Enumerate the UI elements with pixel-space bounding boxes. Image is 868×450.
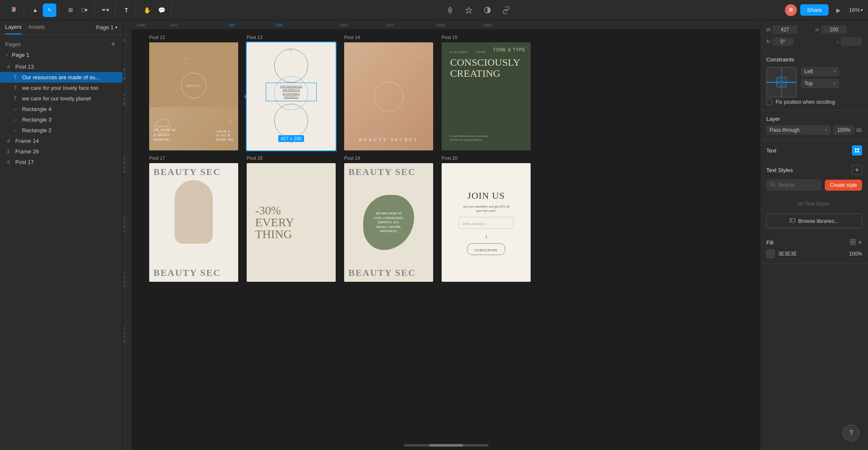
layer-rect2[interactable]: ○ Rectangle 2 <box>0 125 122 136</box>
layer-rect4[interactable]: ○ Rectangle 4 <box>0 104 122 114</box>
play-button[interactable]: ▶ <box>832 3 846 17</box>
layer-rect3[interactable]: ○ Rectangle 3 <box>0 114 122 125</box>
shape-dropdown-btn[interactable]: □▾ <box>78 3 92 17</box>
add-fill-button[interactable]: + <box>858 239 862 246</box>
share-button[interactable]: Share <box>800 4 829 16</box>
page1-item[interactable]: ✓ Page 1 <box>0 51 122 61</box>
frame-post15[interactable]: Post 15 CLEANSE TONE CONSCIOUSLYCREATING… <box>442 42 531 150</box>
components-btn[interactable] <box>443 3 457 17</box>
contrast-btn[interactable] <box>481 3 494 17</box>
draw-tools-group: ✒▾ <box>96 3 115 17</box>
frame-post19[interactable]: Post 19 BEAUTY SEC WE ARE MADE OFLOVE, C… <box>344 163 433 282</box>
zoom-chevron-icon: ▾ <box>861 8 863 12</box>
text-styles-header: Text Styles + <box>766 165 862 175</box>
tab-layers[interactable]: Layers <box>5 24 22 34</box>
tab-assets[interactable]: Assets <box>28 24 45 34</box>
fix-scroll-checkbox[interactable] <box>766 99 772 105</box>
layer-post17[interactable]: # Post 17 <box>0 157 122 167</box>
constraint-grid: Left ▾ Top ▾ <box>766 67 862 97</box>
add-page-button[interactable]: + <box>109 40 117 48</box>
frame-post14[interactable]: Post 14 BEAUTY SECRET ← ← <box>344 42 433 150</box>
canvas-scrollbar[interactable] <box>404 444 489 447</box>
figma-icon <box>11 6 18 14</box>
blend-mode-select[interactable]: Pass through ▾ <box>766 125 831 135</box>
eye-icon <box>856 128 862 132</box>
frame-post18[interactable]: Post 18 -30%EVERYTHING <box>247 163 336 282</box>
visibility-toggle[interactable] <box>856 127 862 133</box>
layer-text-face[interactable]: T we care for your lovely face too <box>0 83 122 93</box>
browse-label: Browse libraries... <box>798 218 838 224</box>
layer-label-rect4: Rectangle 4 <box>22 106 51 112</box>
text-section-header: Text <box>766 145 862 156</box>
vertical-constraint-select[interactable]: Top ▾ <box>801 79 839 88</box>
constraint-v-chevron-icon: ▾ <box>834 81 836 86</box>
fix-scroll-row[interactable]: Fix position when scrolling <box>766 99 862 105</box>
page-selector[interactable]: Page 1 ▾ <box>96 24 117 34</box>
layer-label-face: we care for your lovely face too <box>22 85 98 91</box>
ruler-mark-neg500: -500 <box>170 23 177 27</box>
constraints-section: Constraints Left ▾ Top ▾ <box>760 51 868 111</box>
search-icon <box>771 182 776 188</box>
ruler-left: 0 575 775 1500 2000 2500 3000 <box>123 30 132 450</box>
text-tool-btn[interactable]: T <box>120 3 133 17</box>
svg-rect-11 <box>850 239 852 242</box>
right-panel: W H ↻ ⌂ Con <box>760 20 868 450</box>
dimensions-section: W H ↻ ⌂ <box>760 20 868 51</box>
plugins-btn[interactable] <box>462 3 476 17</box>
select-tool-btn[interactable]: ▲ <box>28 3 42 17</box>
pen-tool-btn[interactable]: ✒▾ <box>99 3 112 17</box>
layer-frame26[interactable]: # Frame 26 <box>0 146 122 157</box>
menu-button[interactable] <box>8 3 21 17</box>
fill-actions: + <box>850 239 862 246</box>
height-input[interactable] <box>821 25 847 34</box>
help-button[interactable]: ? <box>843 425 860 442</box>
clip-item: ⌂ <box>837 37 862 46</box>
layer-post13[interactable]: # Post 13 <box>0 61 122 72</box>
svg-rect-14 <box>853 242 855 244</box>
text-section: Text <box>760 140 868 160</box>
frame-post17[interactable]: Post 17 BEAUTY SEC BEAUTY SEC <box>149 163 238 282</box>
frame-post12[interactable]: Post 12 UR SKIN ISO MUCHWORTHY YOUR SIS … <box>149 42 238 150</box>
hand-tool-btn[interactable]: ✋ <box>140 3 154 17</box>
layer-text-planet[interactable]: T we care for our lovely planet <box>0 93 122 104</box>
frame-tool-btn[interactable]: ⊞ <box>64 3 77 17</box>
clip-input[interactable] <box>841 37 862 46</box>
search-styles-input[interactable] <box>778 182 817 188</box>
layer-text-resources[interactable]: T Our resources are made of su... <box>0 72 122 83</box>
opacity-input[interactable] <box>833 125 854 135</box>
canvas-content[interactable]: Post 12 UR SKIN ISO MUCHWORTHY YOUR SIS … <box>132 30 760 450</box>
text-add-button[interactable] <box>852 145 862 156</box>
rotation-input[interactable] <box>772 37 793 46</box>
comment-tool-btn[interactable]: 💬 <box>155 3 168 17</box>
constraint-cross <box>776 77 787 87</box>
post14-label: Post 14 <box>344 35 360 40</box>
layer-frame14[interactable]: # Frame 14 <box>0 136 122 146</box>
width-input[interactable] <box>772 25 798 34</box>
fill-color-swatch[interactable] <box>766 250 775 258</box>
create-style-button[interactable]: Create style <box>825 180 862 191</box>
add-text-style-button[interactable]: + <box>852 165 862 175</box>
ruler-vmark-1500: 1500 <box>123 157 125 174</box>
horizontal-constraint-select[interactable]: Left ▾ <box>801 67 839 76</box>
move-tool-btn[interactable]: ↖ <box>43 3 56 17</box>
horizontal-constraint-value: Left <box>804 69 832 75</box>
ruler-mark-2000: 2000 <box>386 23 394 27</box>
post13-content: OUR RESOURCESARE MADE OFSUSTAINABLEMATER… <box>247 42 336 150</box>
menu-group <box>5 3 24 17</box>
link-btn[interactable] <box>499 3 513 17</box>
ruler-vmark-2500: 2500 <box>123 271 125 288</box>
canvas-area[interactable]: -1000 -500 327 754 1500 2000 2500 3000 0… <box>123 20 760 450</box>
post19-content: BEAUTY SEC WE ARE MADE OFLOVE, COMPASSIO… <box>344 163 433 282</box>
post20-content: JOIN US Join our newsletter and get 20% … <box>442 163 531 282</box>
svg-line-8 <box>774 186 776 187</box>
browse-libraries-button[interactable]: Browse libraries... <box>766 214 862 228</box>
user-avatar[interactable]: R <box>785 4 797 16</box>
tools-group: ▲ ↖ <box>26 3 59 17</box>
fill-color-row[interactable]: 3E3E3E 100% <box>766 250 862 258</box>
help-area: ? <box>760 264 868 274</box>
constraint-h-chevron-icon: ▾ <box>834 69 836 74</box>
frame-post20[interactable]: Post 20 JOIN US Join our newsletter and … <box>442 163 531 282</box>
zoom-control[interactable]: 16% ▾ <box>849 7 863 13</box>
ruler-mark-327: 327 <box>229 23 235 27</box>
frame-post13[interactable]: Post 13 ← OUR RESOURCESARE MADE OFSUSTAI… <box>247 42 336 150</box>
